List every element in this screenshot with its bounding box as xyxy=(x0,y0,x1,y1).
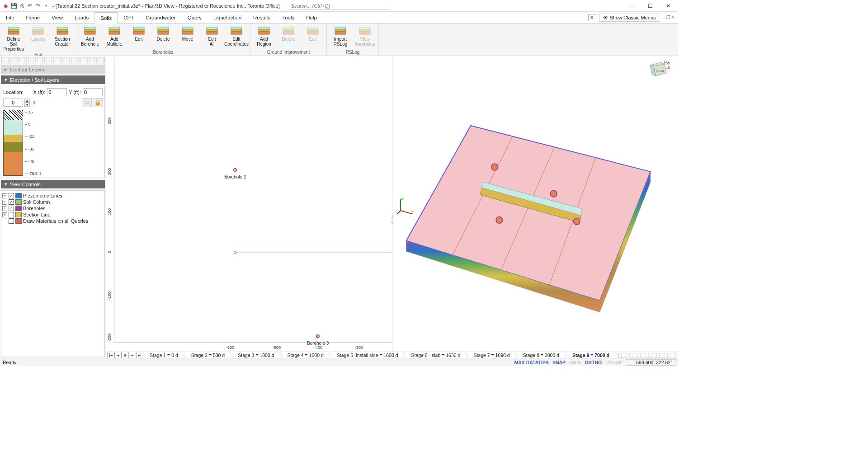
plan-view[interactable]: 3002001000-100-200-300 -600-500-400-300-… xyxy=(106,56,392,352)
svg-rect-18 xyxy=(158,27,169,29)
expand-icon[interactable]: + xyxy=(2,200,7,205)
copy-layers-icon[interactable]: ⧉ xyxy=(82,98,92,107)
menu-tools[interactable]: Tools xyxy=(276,12,300,23)
redo-icon[interactable]: ↷ xyxy=(34,2,42,9)
menu-liquefaction[interactable]: Liquefaction xyxy=(208,12,247,23)
stage-tab-8[interactable]: Stage 8 = 2000 d xyxy=(516,352,566,358)
ribbon-import-rslog-button[interactable]: ImportRSLog xyxy=(329,24,352,49)
section-end-left[interactable] xyxy=(234,251,236,254)
status-toggle-ortho[interactable]: ORTHO xyxy=(585,360,602,365)
mdi-minimize[interactable]: – xyxy=(663,15,665,20)
status-toggle-osnap[interactable]: OSNAP xyxy=(605,360,622,365)
elevation-panel-header[interactable]: ▾ Elevation / Soil Layers xyxy=(1,75,105,84)
stage-tab-6[interactable]: Stage 6 - slab = 1630 d xyxy=(405,352,467,358)
svg-rect-12 xyxy=(109,27,120,29)
maximize-button[interactable]: ☐ xyxy=(642,1,658,11)
stage-last-button[interactable]: ▸| xyxy=(136,352,143,358)
ribbon-add-region-button[interactable]: AddRegion xyxy=(252,24,276,49)
svg-rect-7 xyxy=(57,29,68,32)
checkbox[interactable]: ✓ xyxy=(9,206,14,211)
stage-first-button[interactable]: |◂ xyxy=(107,352,114,358)
save-icon[interactable]: 💾 xyxy=(10,2,17,9)
qat-dropdown-icon[interactable]: ▾ xyxy=(42,2,50,9)
tree-label: Boreholes xyxy=(23,206,46,211)
svg-rect-35 xyxy=(283,32,294,34)
stage-goto-button[interactable]: # xyxy=(122,352,129,358)
svg-rect-10 xyxy=(85,29,95,32)
borehole-marker[interactable] xyxy=(316,334,320,338)
menu-loads[interactable]: Loads xyxy=(69,12,94,23)
layout-icon[interactable]: ⊞ xyxy=(588,14,596,21)
checkbox[interactable] xyxy=(9,212,14,217)
contour-legend-header[interactable]: ▸ Contour Legend xyxy=(1,65,105,74)
y-input[interactable] xyxy=(83,88,103,96)
status-toggle-snap[interactable]: SNAP xyxy=(552,360,566,365)
tree-item-piezometric-lines[interactable]: +✓Piezometric Lines xyxy=(2,193,104,199)
status-toggle-grid[interactable]: GRID xyxy=(569,360,581,365)
svg-rect-8 xyxy=(57,32,68,34)
mdi-restore[interactable]: ❐ xyxy=(666,15,670,20)
ribbon-add-multiple-button[interactable]: AddMultiple xyxy=(103,24,126,49)
stage-tab-5[interactable]: Stage 5 -install side = 1600 d xyxy=(330,352,405,358)
menu-view[interactable]: View xyxy=(46,12,69,23)
checkbox[interactable] xyxy=(9,218,14,224)
checkbox[interactable]: ✓ xyxy=(9,199,14,205)
menu-results[interactable]: Results xyxy=(247,12,276,23)
menu-soils[interactable]: Soils xyxy=(94,12,118,24)
location-label: Location: xyxy=(3,89,24,95)
menu-help[interactable]: Help xyxy=(300,12,323,23)
stage-tab-7[interactable]: Stage 7 = 1690 d xyxy=(467,352,516,358)
svg-text:Front: Front xyxy=(656,70,664,73)
stage-next-button[interactable]: ▸ xyxy=(129,352,136,358)
depth-input[interactable] xyxy=(3,99,23,107)
tree-item-boreholes[interactable]: +✓Boreholes xyxy=(2,205,104,212)
tree-item-draw-materials-on-all-queries[interactable]: Draw Materials on all Queries xyxy=(2,218,104,224)
y-axis-tick: -100 xyxy=(107,291,112,300)
ribbon-edit-all-button[interactable]: EditAll xyxy=(200,24,224,49)
ribbon-section-creator-button[interactable]: SectionCreator xyxy=(51,24,74,52)
lock-layers-icon[interactable]: 🔒 xyxy=(93,98,103,107)
menu-groundwater[interactable]: Groundwater xyxy=(140,12,181,23)
stage-tab-9[interactable]: Stage 9 = 7000 d xyxy=(566,352,616,358)
view-cube[interactable]: Front x z y xyxy=(648,61,670,82)
print-icon[interactable]: 🖨 xyxy=(18,2,25,9)
minimize-button[interactable]: — xyxy=(624,1,640,11)
expand-icon[interactable]: + xyxy=(2,212,7,217)
stage-tab-1[interactable]: Stage 1 = 0 d xyxy=(143,352,185,358)
3d-view[interactable]: z x Front x z y xyxy=(392,56,678,352)
checkbox[interactable]: ✓ xyxy=(9,193,14,198)
stage-tab-4[interactable]: Stage 4 = 1500 d xyxy=(281,352,330,358)
x-input[interactable] xyxy=(47,88,67,96)
3d-model xyxy=(392,56,678,352)
ribbon-edit-button[interactable]: Edit xyxy=(127,24,151,49)
ribbon-add-borehole-button[interactable]: AddBorehole xyxy=(78,24,102,49)
sidebar: ▸ Contour Legend ▾ Elevation / Soil Laye… xyxy=(0,56,106,358)
menu-cpt[interactable]: CPT xyxy=(118,12,140,23)
depth-spinner[interactable]: ▲▼ xyxy=(24,99,30,107)
ribbon-move-button[interactable]: Move xyxy=(176,24,199,49)
stage-tab-2[interactable]: Stage 2 = 500 d xyxy=(184,352,231,358)
status-toggle-max-datatips[interactable]: MAX DATATIPS xyxy=(514,360,548,365)
menu-file[interactable]: File xyxy=(0,12,20,23)
stage-tab-3[interactable]: Stage 3 = 1000 d xyxy=(231,352,281,358)
expand-icon[interactable]: + xyxy=(2,193,7,198)
search-input[interactable] xyxy=(289,2,388,10)
ribbon-edit-coordinates-button[interactable]: EditCoordinates xyxy=(225,24,248,49)
show-classic-menus-button[interactable]: 👁Show Classic Menus xyxy=(599,14,660,22)
svg-rect-0 xyxy=(8,27,19,29)
stage-prev-button[interactable]: ◂ xyxy=(114,352,122,358)
undo-icon[interactable]: ↶ xyxy=(26,2,33,9)
ribbon-define-soil-properties-button[interactable]: Define SoilProperties xyxy=(2,24,25,52)
mdi-close[interactable]: × xyxy=(672,15,675,20)
close-button[interactable]: ✕ xyxy=(660,1,676,11)
svg-rect-20 xyxy=(158,32,169,34)
menu-query[interactable]: Query xyxy=(182,12,208,23)
tree-item-soil-column[interactable]: +✓Soil Column xyxy=(2,199,104,205)
svg-rect-11 xyxy=(85,32,95,34)
tree-item-section-line[interactable]: +Section Line xyxy=(2,212,104,218)
menu-home[interactable]: Home xyxy=(20,12,46,23)
borehole-marker[interactable] xyxy=(233,168,237,172)
view-controls-header[interactable]: ▾ View Controls xyxy=(1,180,105,188)
expand-icon[interactable]: + xyxy=(2,206,7,211)
ribbon-delete-button[interactable]: Delete xyxy=(151,24,175,49)
